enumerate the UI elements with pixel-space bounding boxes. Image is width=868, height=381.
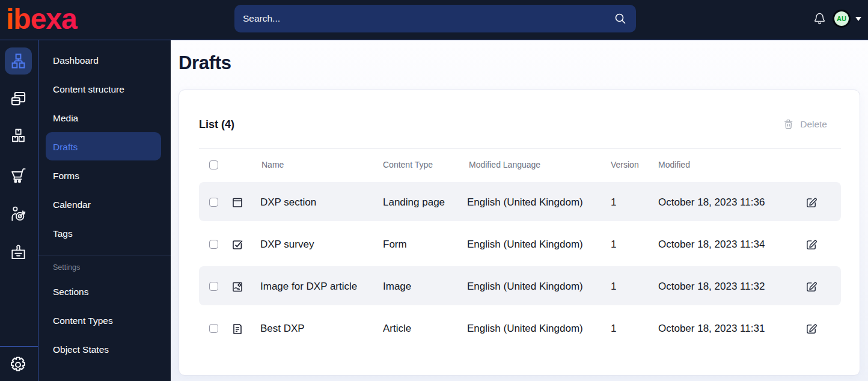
svg-text:ibexa: ibexa <box>7 4 78 31</box>
